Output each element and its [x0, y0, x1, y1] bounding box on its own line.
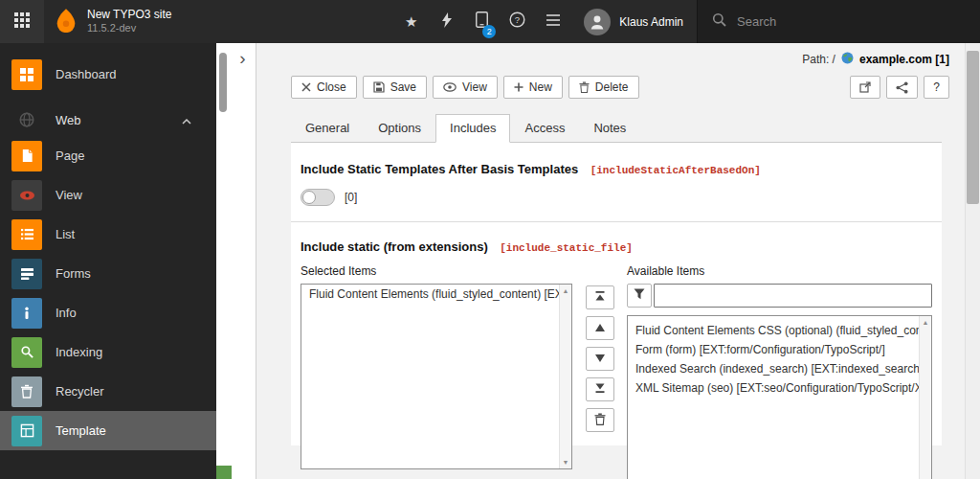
- share-button[interactable]: [886, 76, 918, 99]
- sidebar-item-page[interactable]: Page: [0, 136, 216, 175]
- scroll-up-icon[interactable]: ▲: [923, 319, 929, 326]
- tab-access[interactable]: Access: [510, 114, 579, 143]
- sidebar-item-label: Forms: [56, 266, 91, 281]
- avatar: [584, 9, 611, 35]
- tab-general[interactable]: General: [291, 114, 364, 143]
- site-globe-icon: [841, 52, 854, 67]
- sidebar-item-list[interactable]: List: [0, 215, 216, 254]
- sidebar-item-recycler[interactable]: Recycler: [0, 372, 216, 411]
- delete-button[interactable]: Delete: [568, 76, 639, 99]
- filter-button[interactable]: [627, 284, 652, 308]
- available-items-filter-input[interactable]: [654, 284, 932, 308]
- move-to-top-button[interactable]: [586, 285, 614, 309]
- list-item[interactable]: Indexed Search (indexed_search) [EXT:ind…: [628, 359, 919, 378]
- selected-items-label: Selected Items: [301, 264, 572, 278]
- clear-cache-button[interactable]: [429, 0, 464, 43]
- typo3-version: 11.5.2-dev: [87, 22, 171, 34]
- save-label: Save: [390, 80, 416, 94]
- toggle-value: [0]: [345, 191, 357, 204]
- selected-items-listbox[interactable]: Fluid Content Elements (fluid_styled_con…: [301, 284, 572, 469]
- help-menu-button[interactable]: ?: [500, 0, 535, 43]
- workspace-preview-button[interactable]: 2: [464, 0, 500, 43]
- tab-options[interactable]: Options: [364, 114, 435, 143]
- sidebar-item-label: Info: [56, 306, 77, 320]
- section-title: Include Static Templates After Basis Tem…: [301, 162, 578, 176]
- scrollbar-thumb[interactable]: [219, 53, 227, 112]
- star-icon: ★: [405, 14, 417, 29]
- eye-icon: [443, 82, 457, 92]
- move-up-button[interactable]: [586, 316, 614, 340]
- bookmarks-button[interactable]: ★: [393, 0, 429, 43]
- sidebar-item-info[interactable]: Info: [0, 293, 216, 332]
- module-menu: Dashboard Web Page View: [0, 43, 216, 479]
- grid-icon: [14, 12, 30, 32]
- trash-icon: [594, 413, 606, 428]
- section-title: Include static (from extensions): [301, 240, 488, 254]
- available-items-label: Available Items: [627, 264, 932, 278]
- sidebar-item-label: Indexing: [56, 345, 102, 359]
- scrollbar-thumb[interactable]: [967, 51, 979, 204]
- systeminformation-button[interactable]: [535, 0, 570, 43]
- scroll-down-icon[interactable]: ▼: [563, 459, 569, 466]
- sidebar-item-label: Template: [56, 423, 106, 438]
- save-button[interactable]: Save: [363, 76, 427, 99]
- chevron-up-icon: [182, 113, 191, 127]
- move-down-button[interactable]: [586, 347, 614, 371]
- page-tree-collapsed: ›: [216, 43, 256, 479]
- remove-item-button[interactable]: [586, 408, 614, 432]
- expand-pagetree-button[interactable]: ›: [230, 43, 256, 479]
- section-divider: [291, 221, 942, 222]
- search-input[interactable]: [735, 13, 926, 30]
- list-icon: [11, 219, 42, 250]
- current-page[interactable]: example.com [1]: [859, 53, 949, 66]
- scroll-up-icon[interactable]: ▲: [563, 287, 569, 294]
- tab-includes[interactable]: Includes: [435, 114, 510, 143]
- module-menu-scrollbar[interactable]: [216, 43, 230, 479]
- view-label: View: [462, 80, 487, 94]
- plus-icon: [514, 82, 523, 92]
- page-icon: [11, 141, 42, 171]
- listbox-scrollbar[interactable]: ▲ ▼: [919, 316, 931, 479]
- toggle-knob: [302, 191, 316, 204]
- user-name: Klaus Admin: [619, 15, 683, 29]
- move-bottom-icon: [594, 382, 606, 397]
- sidebar-item-indexing[interactable]: Indexing: [0, 332, 216, 372]
- sidebar-item-dashboard[interactable]: Dashboard: [0, 55, 216, 94]
- content-scrollbar[interactable]: [965, 43, 980, 479]
- view-button[interactable]: View: [433, 76, 498, 99]
- dashboard-icon: [11, 59, 42, 90]
- field-code: [includeStaticAfterBasedOn]: [590, 165, 761, 176]
- sidebar-item-view[interactable]: View: [0, 175, 216, 215]
- help-button[interactable]: ?: [924, 76, 949, 99]
- close-icon: [301, 82, 311, 92]
- brand[interactable]: New TYPO3 site 11.5.2-dev: [44, 0, 181, 43]
- delete-label: Delete: [595, 80, 629, 94]
- trash-icon: [579, 81, 590, 93]
- new-button[interactable]: New: [503, 76, 563, 99]
- chevron-right-icon: ›: [239, 49, 245, 67]
- open-in-new-window-button[interactable]: [850, 76, 880, 99]
- move-to-bottom-button[interactable]: [586, 377, 614, 401]
- static-after-toggle[interactable]: [301, 189, 335, 206]
- list-item[interactable]: Fluid Content Elements (fluid_styled_con…: [301, 285, 559, 304]
- list-lines-icon: [546, 13, 561, 31]
- list-item[interactable]: Form (form) [EXT:form/Configuration/Typo…: [628, 340, 919, 359]
- listbox-scrollbar[interactable]: ▲ ▼: [559, 285, 571, 468]
- close-button[interactable]: Close: [291, 76, 357, 99]
- user-menu-button[interactable]: Klaus Admin: [570, 0, 697, 43]
- new-label: New: [529, 80, 552, 94]
- svg-text:?: ?: [515, 14, 520, 25]
- list-item[interactable]: Fluid Content Elements CSS (optional) (f…: [628, 321, 919, 340]
- sidebar-group-web[interactable]: Web: [0, 103, 216, 136]
- module-menu-toggle-button[interactable]: [0, 0, 44, 43]
- available-items-listbox[interactable]: Fluid Content Elements CSS (optional) (f…: [627, 315, 932, 479]
- sidebar-item-template[interactable]: Template: [0, 411, 216, 450]
- list-item[interactable]: XML Sitemap (seo) [EXT:seo/Configuration…: [628, 378, 919, 398]
- tab-notes[interactable]: Notes: [579, 114, 640, 143]
- field-code: [include_static_file]: [500, 242, 633, 254]
- sidebar-item-label: View: [56, 188, 82, 202]
- sidebar-item-label: Dashboard: [56, 67, 117, 81]
- sidebar-item-forms[interactable]: Forms: [0, 254, 216, 293]
- path-label: Path: /: [802, 53, 835, 66]
- trash-icon: [11, 376, 42, 407]
